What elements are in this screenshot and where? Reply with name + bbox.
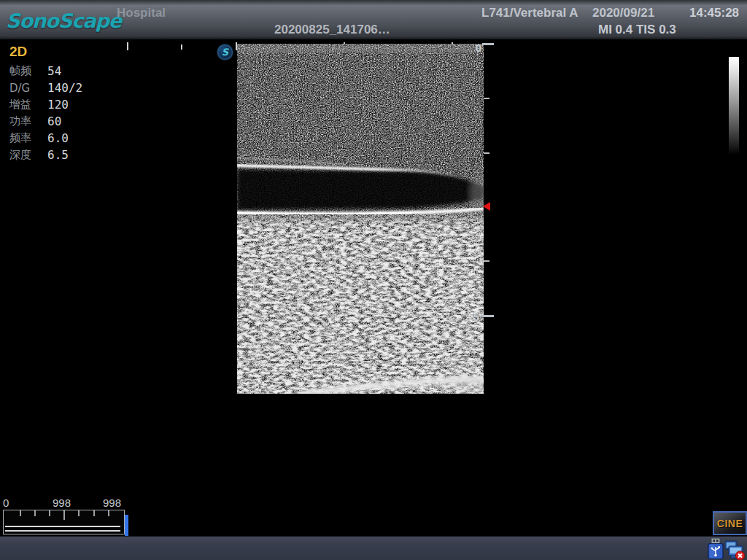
ultrasound-image (237, 44, 484, 394)
cine-tick (78, 510, 80, 516)
cine-progress-bar[interactable] (3, 510, 125, 534)
exam-date: 2020/09/21 (592, 6, 654, 20)
param-value: 54 (47, 64, 61, 78)
focus-position-marker (483, 202, 490, 211)
top-status-bar: SonoScape Hospital 20200825_141706… L741… (0, 0, 747, 40)
probe-orientation-icon: S (217, 44, 233, 60)
param-label: 帧频 (9, 64, 47, 78)
network-disconnected-icon[interactable] (724, 540, 746, 560)
cine-loop-range (5, 526, 120, 532)
param-label: 功率 (9, 114, 47, 128)
param-label: D/G (9, 82, 47, 95)
cine-start-frame: 0 (3, 497, 9, 509)
cine-tick (108, 510, 109, 516)
brand-logo: SonoScape (6, 9, 121, 32)
ultrasound-workstation: SonoScape Hospital 20200825_141706… L741… (0, 0, 747, 560)
taskbar (0, 536, 747, 560)
depth-tick (484, 152, 489, 154)
exam-id: 20200825_141706… (274, 23, 390, 37)
param-label: 频率 (9, 131, 47, 145)
param-row-framerate: 帧频 54 (9, 63, 82, 79)
depth-tick (484, 98, 489, 99)
param-row-depth: 深度 6.5 (9, 147, 82, 163)
clock: 14:45:28 (689, 6, 739, 20)
imaging-parameters: 帧频 54 D/G 140/2 增益 120 功率 60 频率 6.0 深度 6… (9, 63, 82, 163)
cine-button[interactable]: CINE (713, 511, 747, 535)
hospital-name: Hospital (117, 6, 166, 20)
cine-position-marker[interactable] (125, 515, 128, 536)
acoustic-indices: MI 0.4 TIS 0.3 (598, 23, 676, 37)
cine-total-frames: 998 (103, 497, 121, 509)
cine-tick (93, 510, 95, 516)
param-value: 60 (47, 114, 61, 128)
param-row-gain: 增益 120 (9, 96, 82, 113)
depth-scale-bottom: 5 (466, 311, 479, 323)
param-value: 6.0 (47, 131, 69, 145)
cine-current-frame: 998 (53, 497, 71, 509)
depth-tick (484, 260, 489, 262)
cine-tick (63, 510, 65, 520)
param-value: 6.5 (47, 148, 69, 162)
cine-tick (20, 510, 21, 516)
usb-device-icon[interactable] (708, 538, 724, 560)
ruler-tick (127, 42, 128, 50)
depth-tick (482, 43, 494, 45)
ruler-tick (181, 44, 182, 50)
cine-tick (49, 510, 50, 516)
cine-tick (34, 510, 36, 516)
param-label: 深度 (9, 148, 47, 162)
probe-preset: L741/Vertebral A (481, 6, 578, 20)
param-row-dg: D/G 140/2 (9, 79, 82, 96)
param-label: 增益 (9, 98, 47, 112)
param-row-frequency: 频率 6.0 (9, 130, 82, 147)
depth-scale-top: 0 (468, 42, 481, 54)
depth-tick (482, 315, 494, 317)
param-row-power: 功率 60 (9, 113, 82, 130)
mode-indicator: 2D (9, 44, 27, 60)
param-value: 120 (47, 98, 69, 112)
grayscale-bar (729, 57, 739, 155)
param-value: 140/2 (47, 81, 82, 95)
